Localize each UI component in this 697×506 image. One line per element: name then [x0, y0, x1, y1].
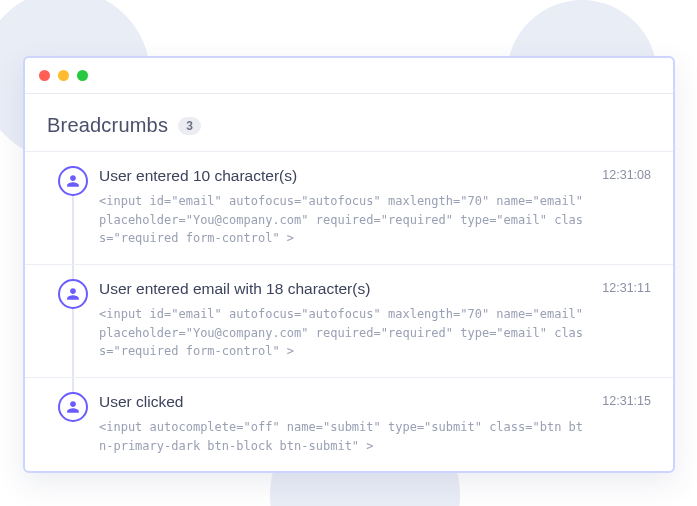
event-content: User entered 10 character(s) <input id="… — [99, 166, 596, 248]
event-content: User clicked <input autocomplete="off" n… — [99, 392, 596, 455]
panel-header: Breadcrumbs 3 — [25, 94, 673, 151]
user-icon — [58, 166, 88, 196]
list-item[interactable]: User clicked <input autocomplete="off" n… — [25, 377, 673, 471]
event-time: 12:31:08 — [596, 166, 651, 248]
timeline-column — [47, 279, 99, 361]
event-title: User clicked — [99, 392, 586, 412]
window-titlebar — [25, 58, 673, 94]
event-time: 12:31:11 — [596, 279, 651, 361]
user-icon — [58, 392, 88, 422]
panel-title: Breadcrumbs — [47, 114, 168, 137]
minimize-icon[interactable] — [58, 70, 69, 81]
event-title: User entered email with 18 character(s) — [99, 279, 586, 299]
event-detail: <input id="email" autofocus="autofocus" … — [99, 192, 586, 248]
event-title: User entered 10 character(s) — [99, 166, 586, 186]
maximize-icon[interactable] — [77, 70, 88, 81]
list-item[interactable]: User entered email with 18 character(s) … — [25, 264, 673, 377]
close-icon[interactable] — [39, 70, 50, 81]
app-window: Breadcrumbs 3 User entered 10 character(… — [23, 56, 675, 473]
event-detail: <input autocomplete="off" name="submit" … — [99, 418, 586, 455]
event-content: User entered email with 18 character(s) … — [99, 279, 596, 361]
timeline-column — [47, 392, 99, 455]
breadcrumb-list: User entered 10 character(s) <input id="… — [25, 151, 673, 471]
event-time: 12:31:15 — [596, 392, 651, 455]
list-item[interactable]: User entered 10 character(s) <input id="… — [25, 151, 673, 264]
user-icon — [58, 279, 88, 309]
timeline-column — [47, 166, 99, 248]
count-badge: 3 — [178, 117, 201, 135]
event-detail: <input id="email" autofocus="autofocus" … — [99, 305, 586, 361]
